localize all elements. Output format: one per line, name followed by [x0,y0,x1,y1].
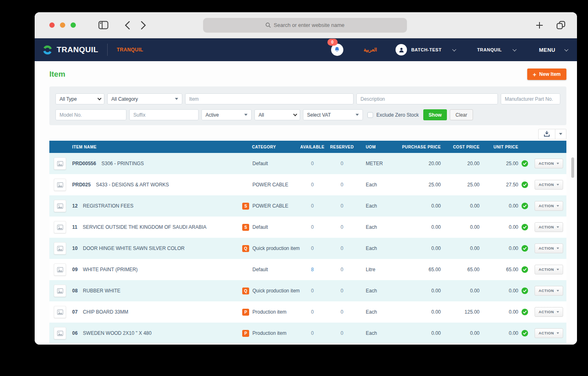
description-input[interactable] [356,93,498,104]
available-value: 0 [300,309,325,315]
column-header-available[interactable]: AVAILABLE [300,145,325,149]
action-button[interactable]: ACTION [535,222,563,232]
vat-select[interactable]: Select VAT [303,109,363,120]
table-header-row: ITEM NAME CATEGORY AVAILABLE RESERVED UO… [49,141,566,153]
available-value: 0 [300,288,325,294]
status-select[interactable]: Active [201,109,252,120]
column-header-unit-price[interactable]: UNIT PRICE [480,145,518,149]
table-row[interactable]: 09WHITE PAINT (PRIMER) Default 8 0 Litre… [49,259,566,280]
action-button[interactable]: ACTION [535,243,563,253]
item-image-thumbnail[interactable] [54,157,66,170]
new-item-button[interactable]: + New Item [527,69,566,80]
cost-price-value: 0.00 [441,224,480,230]
minimize-window-button[interactable] [60,22,65,28]
language-link[interactable]: العربية [364,47,377,53]
check-circle-icon [522,266,528,273]
export-options-button[interactable] [555,129,566,139]
table-row[interactable]: 12REGISTRATION FEES S POWER CABLE 0 0 Ea… [49,195,566,217]
action-button[interactable]: ACTION [535,159,563,168]
back-button[interactable] [125,21,130,30]
column-header-cost-price[interactable]: COST PRICE [441,145,480,149]
unit-price-value: 0.00 [480,309,518,315]
item-image-thumbnail[interactable] [54,242,66,254]
zoom-window-button[interactable] [71,22,76,28]
tranquil-logo-icon [42,44,53,55]
company-menu[interactable]: TRANQUIL [477,47,515,52]
tab-overview-button[interactable] [556,21,566,29]
chevron-down-icon [557,205,559,207]
table-row[interactable]: 06SWEDEN WOOD 2X10 " X 480 P Production … [49,323,566,344]
unit-price-value: 0.00 [480,330,518,336]
item-code: 12 [72,203,77,209]
cost-price-value: 125.00 [441,309,480,315]
model-no-input[interactable] [55,109,126,120]
action-button[interactable]: ACTION [535,180,563,190]
exclude-zero-stock-checkbox-group[interactable]: Exclude Zero Stock [367,112,419,118]
table-row[interactable]: 08RUBBER WHITE Q Quick production item 0… [49,280,566,301]
action-button[interactable]: ACTION [535,307,563,317]
item-image-thumbnail[interactable] [54,263,66,276]
action-button[interactable]: ACTION [535,265,563,274]
item-image-thumbnail[interactable] [54,200,66,212]
scrollbar-thumb[interactable] [571,157,574,178]
notifications-button[interactable]: 0 [331,44,343,56]
table-row[interactable]: 07CHIP BOARD 33MM P Production item 0 0 … [49,301,566,323]
export-button[interactable] [538,129,555,139]
item-search-input[interactable] [185,93,354,104]
stock-select[interactable]: All [254,109,300,120]
category-select[interactable]: All Category [107,93,182,104]
column-header-item-name[interactable]: ITEM NAME [69,145,238,149]
reserved-value: 0 [325,182,359,188]
item-type-badge: S [242,224,249,231]
item-category: Quick production item [252,288,300,294]
forward-button[interactable] [141,21,146,30]
item-image-thumbnail[interactable] [54,306,66,318]
suffix-input[interactable] [129,109,199,120]
cost-price-value: 0.00 [441,288,480,294]
column-header-purchase-price[interactable]: PURCHASE PRICE [400,145,441,149]
action-button[interactable]: ACTION [535,201,563,211]
brand[interactable]: TRANQUIL [42,44,98,55]
item-category: Quick production item [252,246,300,251]
close-window-button[interactable] [49,22,55,28]
unit-price-value: 0.00 [480,203,518,209]
check-circle-icon [522,203,528,209]
action-button-label: ACTION [539,183,554,187]
main-menu[interactable]: MENU [539,47,567,53]
column-header-category[interactable]: CATEGORY [238,145,300,149]
reserved-value: 0 [325,203,359,209]
chevron-down-icon [557,290,559,292]
table-row[interactable]: 10DOOR HINGE WHITE SAWN SILVER COLOR Q Q… [49,238,566,259]
manufacturer-part-no-input[interactable] [501,93,560,104]
item-type-badge: P [242,309,249,316]
show-button[interactable]: Show [423,109,447,120]
browser-toolbar: Search or enter website name [35,12,577,38]
uom-value: Each [359,288,400,294]
item-image-thumbnail[interactable] [54,179,66,191]
sidebar-toggle-button[interactable] [98,21,108,29]
action-button[interactable]: ACTION [535,328,563,338]
action-button-label: ACTION [539,289,554,293]
chevron-down-icon [557,269,559,270]
clear-button[interactable]: Clear [450,109,473,120]
type-select-value: All Type [60,96,77,102]
table-row[interactable]: PRD025S433 - DESIGNS & ART WORKS POWER C… [49,174,566,195]
stock-select-value: All [259,112,264,118]
exclude-zero-stock-checkbox[interactable] [367,112,373,118]
new-tab-button[interactable] [536,22,543,29]
table-row[interactable]: 11SERVICE OUTSIDE THE KINGDOM OF SAUDI A… [49,217,566,238]
column-header-uom[interactable]: UOM [359,145,400,149]
user-menu[interactable]: BATCH-TEST [396,44,455,55]
action-button[interactable]: ACTION [535,286,563,296]
address-bar[interactable]: Search or enter website name [203,18,407,33]
type-select[interactable]: All Type [55,93,104,104]
sub-brand-label[interactable]: TRANQUIL [117,47,143,53]
item-image-thumbnail[interactable] [54,221,66,233]
action-button-label: ACTION [539,310,554,314]
uom-value: Each [359,224,400,230]
item-image-thumbnail[interactable] [54,285,66,297]
column-header-reserved[interactable]: RESERVED [325,145,359,149]
category-select-value: All Category [111,96,138,102]
table-row[interactable]: PRD00556S306 - PRINTINGS Default 0 0 MET… [49,153,566,174]
item-image-thumbnail[interactable] [54,327,66,339]
